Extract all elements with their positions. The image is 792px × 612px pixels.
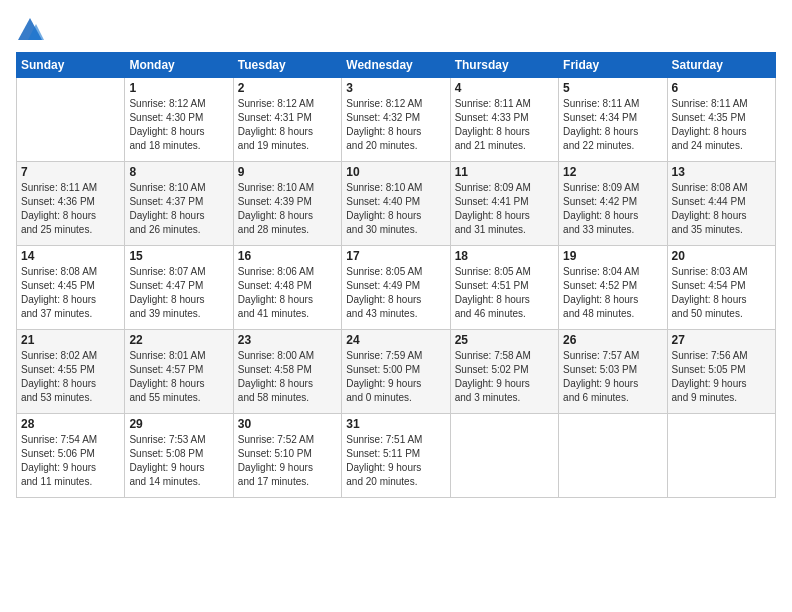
day-info: Sunrise: 8:12 AM Sunset: 4:30 PM Dayligh…	[129, 97, 228, 153]
day-info: Sunrise: 7:58 AM Sunset: 5:02 PM Dayligh…	[455, 349, 554, 405]
day-cell: 27Sunrise: 7:56 AM Sunset: 5:05 PM Dayli…	[667, 330, 775, 414]
day-cell: 23Sunrise: 8:00 AM Sunset: 4:58 PM Dayli…	[233, 330, 341, 414]
logo	[16, 16, 48, 44]
calendar-table: SundayMondayTuesdayWednesdayThursdayFrid…	[16, 52, 776, 498]
day-info: Sunrise: 8:08 AM Sunset: 4:44 PM Dayligh…	[672, 181, 771, 237]
day-number: 16	[238, 249, 337, 263]
weekday-thursday: Thursday	[450, 53, 558, 78]
day-info: Sunrise: 8:10 AM Sunset: 4:40 PM Dayligh…	[346, 181, 445, 237]
day-info: Sunrise: 8:03 AM Sunset: 4:54 PM Dayligh…	[672, 265, 771, 321]
day-cell: 18Sunrise: 8:05 AM Sunset: 4:51 PM Dayli…	[450, 246, 558, 330]
day-info: Sunrise: 8:09 AM Sunset: 4:41 PM Dayligh…	[455, 181, 554, 237]
day-cell: 21Sunrise: 8:02 AM Sunset: 4:55 PM Dayli…	[17, 330, 125, 414]
weekday-friday: Friday	[559, 53, 667, 78]
day-info: Sunrise: 8:08 AM Sunset: 4:45 PM Dayligh…	[21, 265, 120, 321]
day-cell: 13Sunrise: 8:08 AM Sunset: 4:44 PM Dayli…	[667, 162, 775, 246]
day-number: 31	[346, 417, 445, 431]
day-info: Sunrise: 8:07 AM Sunset: 4:47 PM Dayligh…	[129, 265, 228, 321]
day-cell	[667, 414, 775, 498]
day-number: 9	[238, 165, 337, 179]
day-cell: 4Sunrise: 8:11 AM Sunset: 4:33 PM Daylig…	[450, 78, 558, 162]
day-number: 11	[455, 165, 554, 179]
day-number: 7	[21, 165, 120, 179]
weekday-wednesday: Wednesday	[342, 53, 450, 78]
day-cell: 9Sunrise: 8:10 AM Sunset: 4:39 PM Daylig…	[233, 162, 341, 246]
week-row-5: 28Sunrise: 7:54 AM Sunset: 5:06 PM Dayli…	[17, 414, 776, 498]
day-number: 3	[346, 81, 445, 95]
day-cell: 24Sunrise: 7:59 AM Sunset: 5:00 PM Dayli…	[342, 330, 450, 414]
day-number: 21	[21, 333, 120, 347]
day-cell: 20Sunrise: 8:03 AM Sunset: 4:54 PM Dayli…	[667, 246, 775, 330]
day-cell	[17, 78, 125, 162]
day-cell: 26Sunrise: 7:57 AM Sunset: 5:03 PM Dayli…	[559, 330, 667, 414]
day-info: Sunrise: 7:51 AM Sunset: 5:11 PM Dayligh…	[346, 433, 445, 489]
weekday-monday: Monday	[125, 53, 233, 78]
header	[16, 16, 776, 44]
day-cell: 1Sunrise: 8:12 AM Sunset: 4:30 PM Daylig…	[125, 78, 233, 162]
day-cell: 12Sunrise: 8:09 AM Sunset: 4:42 PM Dayli…	[559, 162, 667, 246]
day-number: 23	[238, 333, 337, 347]
day-cell: 11Sunrise: 8:09 AM Sunset: 4:41 PM Dayli…	[450, 162, 558, 246]
day-info: Sunrise: 8:01 AM Sunset: 4:57 PM Dayligh…	[129, 349, 228, 405]
day-number: 18	[455, 249, 554, 263]
day-number: 25	[455, 333, 554, 347]
day-cell	[450, 414, 558, 498]
day-number: 10	[346, 165, 445, 179]
weekday-header-row: SundayMondayTuesdayWednesdayThursdayFrid…	[17, 53, 776, 78]
week-row-2: 7Sunrise: 8:11 AM Sunset: 4:36 PM Daylig…	[17, 162, 776, 246]
day-info: Sunrise: 8:10 AM Sunset: 4:37 PM Dayligh…	[129, 181, 228, 237]
day-info: Sunrise: 8:09 AM Sunset: 4:42 PM Dayligh…	[563, 181, 662, 237]
day-cell: 31Sunrise: 7:51 AM Sunset: 5:11 PM Dayli…	[342, 414, 450, 498]
day-cell: 5Sunrise: 8:11 AM Sunset: 4:34 PM Daylig…	[559, 78, 667, 162]
day-info: Sunrise: 7:54 AM Sunset: 5:06 PM Dayligh…	[21, 433, 120, 489]
day-cell: 7Sunrise: 8:11 AM Sunset: 4:36 PM Daylig…	[17, 162, 125, 246]
day-cell	[559, 414, 667, 498]
day-number: 17	[346, 249, 445, 263]
day-info: Sunrise: 8:11 AM Sunset: 4:33 PM Dayligh…	[455, 97, 554, 153]
day-number: 13	[672, 165, 771, 179]
day-info: Sunrise: 8:02 AM Sunset: 4:55 PM Dayligh…	[21, 349, 120, 405]
day-info: Sunrise: 8:12 AM Sunset: 4:31 PM Dayligh…	[238, 97, 337, 153]
day-number: 22	[129, 333, 228, 347]
day-cell: 22Sunrise: 8:01 AM Sunset: 4:57 PM Dayli…	[125, 330, 233, 414]
day-info: Sunrise: 7:53 AM Sunset: 5:08 PM Dayligh…	[129, 433, 228, 489]
day-number: 1	[129, 81, 228, 95]
logo-icon	[16, 16, 44, 44]
day-number: 27	[672, 333, 771, 347]
day-info: Sunrise: 8:04 AM Sunset: 4:52 PM Dayligh…	[563, 265, 662, 321]
week-row-4: 21Sunrise: 8:02 AM Sunset: 4:55 PM Dayli…	[17, 330, 776, 414]
calendar-container: SundayMondayTuesdayWednesdayThursdayFrid…	[0, 0, 792, 612]
day-cell: 30Sunrise: 7:52 AM Sunset: 5:10 PM Dayli…	[233, 414, 341, 498]
day-number: 12	[563, 165, 662, 179]
week-row-1: 1Sunrise: 8:12 AM Sunset: 4:30 PM Daylig…	[17, 78, 776, 162]
day-cell: 2Sunrise: 8:12 AM Sunset: 4:31 PM Daylig…	[233, 78, 341, 162]
day-info: Sunrise: 8:11 AM Sunset: 4:36 PM Dayligh…	[21, 181, 120, 237]
day-info: Sunrise: 8:05 AM Sunset: 4:49 PM Dayligh…	[346, 265, 445, 321]
day-cell: 28Sunrise: 7:54 AM Sunset: 5:06 PM Dayli…	[17, 414, 125, 498]
day-cell: 16Sunrise: 8:06 AM Sunset: 4:48 PM Dayli…	[233, 246, 341, 330]
day-number: 4	[455, 81, 554, 95]
day-info: Sunrise: 7:52 AM Sunset: 5:10 PM Dayligh…	[238, 433, 337, 489]
day-info: Sunrise: 8:00 AM Sunset: 4:58 PM Dayligh…	[238, 349, 337, 405]
day-cell: 29Sunrise: 7:53 AM Sunset: 5:08 PM Dayli…	[125, 414, 233, 498]
day-number: 30	[238, 417, 337, 431]
day-cell: 19Sunrise: 8:04 AM Sunset: 4:52 PM Dayli…	[559, 246, 667, 330]
day-cell: 6Sunrise: 8:11 AM Sunset: 4:35 PM Daylig…	[667, 78, 775, 162]
day-number: 6	[672, 81, 771, 95]
day-number: 29	[129, 417, 228, 431]
day-info: Sunrise: 8:11 AM Sunset: 4:35 PM Dayligh…	[672, 97, 771, 153]
weekday-tuesday: Tuesday	[233, 53, 341, 78]
day-number: 24	[346, 333, 445, 347]
day-cell: 10Sunrise: 8:10 AM Sunset: 4:40 PM Dayli…	[342, 162, 450, 246]
day-info: Sunrise: 8:05 AM Sunset: 4:51 PM Dayligh…	[455, 265, 554, 321]
day-number: 20	[672, 249, 771, 263]
day-number: 26	[563, 333, 662, 347]
day-cell: 15Sunrise: 8:07 AM Sunset: 4:47 PM Dayli…	[125, 246, 233, 330]
day-cell: 25Sunrise: 7:58 AM Sunset: 5:02 PM Dayli…	[450, 330, 558, 414]
day-cell: 14Sunrise: 8:08 AM Sunset: 4:45 PM Dayli…	[17, 246, 125, 330]
day-number: 19	[563, 249, 662, 263]
day-info: Sunrise: 8:06 AM Sunset: 4:48 PM Dayligh…	[238, 265, 337, 321]
week-row-3: 14Sunrise: 8:08 AM Sunset: 4:45 PM Dayli…	[17, 246, 776, 330]
day-cell: 17Sunrise: 8:05 AM Sunset: 4:49 PM Dayli…	[342, 246, 450, 330]
day-number: 5	[563, 81, 662, 95]
